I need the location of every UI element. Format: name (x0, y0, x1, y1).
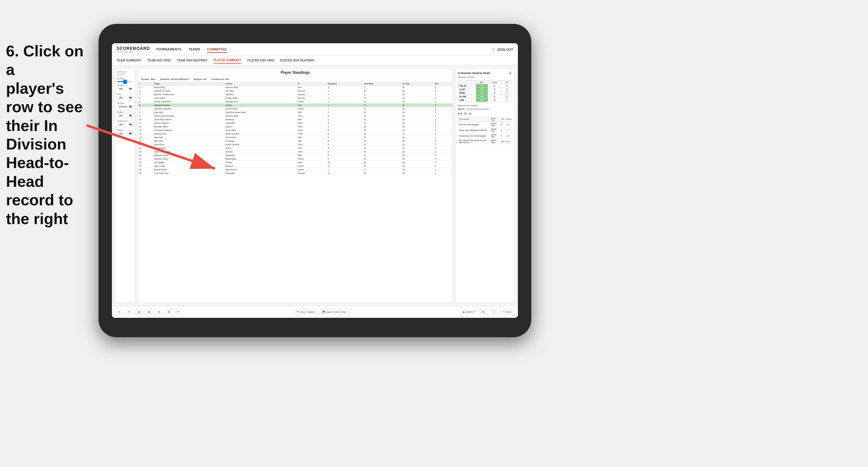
table-row[interactable]: 21 Taehoon Song Washington Fourth 6 23 1… (138, 157, 453, 161)
logo-sub: Powered by clippi (117, 51, 150, 53)
table-row[interactable]: 23 Jack Lundin Missouri Fourth 11 24 18 … (138, 164, 453, 168)
table-row[interactable]: 3 Michael Thorbjornsen Stanford Second 1… (138, 93, 453, 96)
table-row[interactable]: 25 Cole Sherwood Vanderbilt Second 12 23… (138, 172, 453, 175)
sign-out-link[interactable]: Sign out (497, 46, 513, 53)
col-conf-rank: Conf Rank (363, 82, 401, 86)
sub-nav-player-h2h-grid[interactable]: PLAYER H2H GRID (247, 58, 274, 63)
layout-button[interactable]: ⊞ (480, 309, 487, 314)
h2h-row: 11-25 20 9 5 (458, 88, 512, 91)
region-select[interactable]: N/A (117, 114, 133, 118)
table-row[interactable]: 17 David Ford North Carolina Third 8 21 … (138, 143, 453, 147)
undo-button[interactable]: ↺ (116, 309, 123, 314)
h2h-row: >100 578 11 1 (458, 98, 512, 102)
nav-link-teams[interactable]: TEAMS (188, 46, 200, 53)
save-custom-view-button[interactable]: 💾 Save Custom View (320, 309, 349, 314)
table-row[interactable]: 8 Mats Ege East Tennessee State Fifth 1 … (138, 111, 453, 114)
copy-button[interactable]: ⧉ (156, 309, 163, 315)
table-row[interactable]: 5 Christo Lamprecht Georgia Tech Fourth … (138, 100, 453, 103)
standings-table: # Player School Yr Reg Rank Conf Rank No… (138, 82, 453, 175)
undo-icon: ↺ (118, 311, 120, 313)
rounds-slider[interactable] (117, 81, 133, 82)
tournament-row: Amer Ari Intercollegiate Stroke Play 4 -… (458, 122, 512, 127)
nav-link-committee[interactable]: COMMITTEE (207, 46, 227, 53)
table-row[interactable]: 18 Luke Powell UCLA First 4 24 18 1 (138, 147, 453, 150)
tournament-row: SEC Match Play hosted by Jerry Pate Roun… (458, 139, 512, 145)
h2h-player-name: Jackson Koivun (458, 76, 512, 79)
nav-right: | Sign out (493, 46, 513, 53)
col-win: Win (434, 82, 453, 86)
share-icon: ↗ (502, 311, 504, 313)
col-player: Player (153, 82, 224, 86)
table-row[interactable]: 2 Michael La Sasso Ole Miss Second 1 19 … (138, 89, 453, 93)
left-sidebar: Update time: 27/03/2024 16:56:26 No Rds.… (115, 68, 135, 303)
redo-icon: ↻ (128, 311, 130, 313)
col-rds: No. Rds. (401, 82, 434, 86)
tournament-table: Tournament Event Type Pos Score Amer Ari… (458, 117, 512, 145)
bottom-toolbar: ↺ ↻ ⏮ ⏭ ⧉ ⊞ ⟳ 👁 View: Original 💾 Save Cu… (112, 306, 518, 318)
eye-icon: 👁 (297, 311, 299, 313)
sub-nav-team-h2h-grid[interactable]: TEAM H2H GRID (147, 58, 171, 63)
sub-nav-player-summary[interactable]: PLAYER SUMMARY (213, 57, 242, 64)
watch-button[interactable]: ▶ Watch ▾ (461, 309, 477, 314)
opponents-section: Opponents in division: (458, 104, 512, 106)
update-time: Update time: 27/03/2024 16:56:26 (117, 70, 133, 76)
year-select[interactable]: (All) (117, 96, 133, 100)
col-num: # (138, 82, 153, 86)
view-original-button[interactable]: 👁 View: Original (294, 309, 317, 314)
nav-links: TOURNAMENTS TEAMS COMMITTEE (156, 46, 493, 53)
table-row[interactable]: 12 Brendan Valles Auburn Third 4 22 18 0 (138, 125, 453, 129)
table-row[interactable]: 9 Preston Summerhays Arizona State Third… (138, 114, 453, 118)
gender-select[interactable]: Men (117, 87, 133, 91)
table-row[interactable]: 13 Phichaksn Maichon Texas A&M Third 6 3… (138, 129, 453, 132)
sub-nav: TEAM SUMMARY TEAM H2H GRID TEAM H2H HEAT… (112, 56, 518, 65)
h2h-record-table: Win Loss Tie Top 10 8 3 2 11-25 20 9 5 2… (458, 80, 512, 102)
tournament-row: Mirabel Maui Jim Intercollegiate Stroke … (458, 133, 512, 139)
standings-panel: Player Standings Gender: Men Division: N… (137, 68, 453, 303)
fullscreen-button[interactable]: ⛶ (490, 309, 497, 314)
tablet-frame: SCOREBOARD Powered by clippi TOURNAMENTS… (98, 24, 531, 337)
refresh-button[interactable]: ⟳ (175, 309, 182, 314)
filter-year: Year (All) (117, 93, 133, 100)
main-content: Update time: 27/03/2024 16:56:26 No Rds.… (112, 65, 518, 306)
col-reg-rank: Reg Rank (327, 82, 363, 86)
h2h-row: Top 10 8 3 2 (458, 84, 512, 88)
step-forward-button[interactable]: ⏭ (145, 309, 153, 314)
h2h-row: 51-100 46 6 3 (458, 95, 512, 98)
table-row[interactable]: 15 Jake Hall Tennessee Fifth 8 27 18 1 (138, 136, 453, 139)
table-row[interactable]: 19 Tiger Christensen Arizona Third 8 23 … (138, 150, 453, 154)
instruction-text: 6. Click on a player's row to see their … (0, 36, 93, 234)
table-row[interactable]: 6 Jackson Koivun Auburn First 1 27 18 2 (138, 103, 453, 107)
standings-filters: Gender: Men Division: NCAA Division I Re… (138, 77, 453, 82)
player-select[interactable]: (All) (117, 132, 133, 135)
tournament-row: Fallen Oak Collegiate Invitational Strok… (458, 127, 512, 133)
table-row[interactable]: 1 Wenyi Ding Arizona State First 1 1 18 … (138, 86, 453, 89)
table-row[interactable]: 16 Alex Goff Kentucky Fifth 8 19 18 0 (138, 139, 453, 143)
share-button[interactable]: ↗ Share (500, 309, 514, 314)
table-row[interactable]: 20 Matthew Riedel Vanderbilt Fifth 8 22 … (138, 154, 453, 157)
table-row[interactable]: 22 Ian Gilligan Florida Third 10 24 18 1 (138, 161, 453, 164)
sub-nav-team-summary[interactable]: TEAM SUMMARY (117, 58, 141, 63)
panel-title: Player Standings (138, 69, 453, 77)
filter-button[interactable]: ⊞ (165, 309, 173, 314)
filter-conference: Conference (All) (117, 120, 133, 127)
logo-area: SCOREBOARD Powered by clippi (117, 46, 150, 53)
table-row[interactable]: 10 Jacob Mou Oleson Arkansas Fifth 4 25 … (138, 118, 453, 121)
h2h-panel: In Division Head-to-Head ✕ Jackson Koivu… (455, 68, 515, 303)
nav-link-tournaments[interactable]: TOURNAMENTS (156, 46, 181, 53)
table-row[interactable]: 7 Nicholas Gabrelick North Florida Fourt… (138, 107, 453, 111)
division-select[interactable]: NCAA Division I (117, 105, 133, 108)
table-row[interactable]: 24 Bastien Amat New Mexico Fourth 1 27 1… (138, 168, 453, 172)
table-row[interactable]: 4 Luke Claton Florida State Second 1 27 … (138, 96, 453, 100)
h2h-close-button[interactable]: ✕ (508, 71, 512, 75)
conference-select[interactable]: (All) (117, 123, 133, 127)
sub-nav-player-h2h-heatmap[interactable]: PLAYER H2H HEATMAP (280, 58, 314, 63)
h2h-title: In Division Head-to-Head ✕ (458, 71, 512, 75)
table-row[interactable]: 11 Gordon Sargent Vanderbilt Third 4 21 … (138, 121, 453, 125)
h2h-row: 26-50 22 4 1 (458, 91, 512, 95)
table-row[interactable]: 14 Maxwell Ford North Carolina Third 8 2… (138, 132, 453, 136)
step-back-button[interactable]: ⏮ (135, 309, 143, 314)
filter-gender: Gender Men (117, 84, 133, 91)
redo-button[interactable]: ↻ (125, 309, 133, 314)
sub-nav-team-h2h-heatmap[interactable]: TEAM H2H HEATMAP (177, 58, 208, 63)
nav-divider: | (493, 48, 494, 51)
